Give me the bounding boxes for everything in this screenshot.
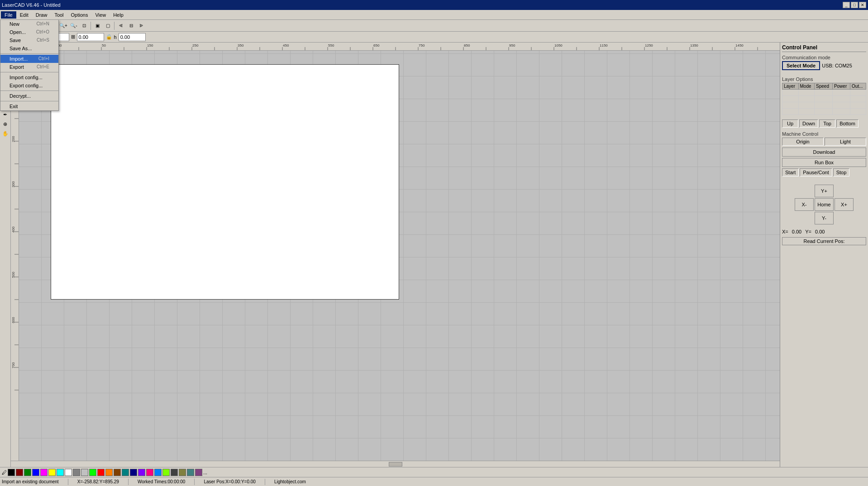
status-laser-pos: Laser Pos:X=0.00:Y=0.00	[204, 479, 256, 484]
layer-down-button[interactable]: Down	[799, 119, 818, 128]
zoom-tool[interactable]: ⊕	[1, 119, 10, 129]
color-swatch-cyan[interactable]	[57, 469, 64, 476]
align-center-button[interactable]: ⊟	[126, 21, 136, 31]
direction-grid: Y+ X- Home X+ Y-	[795, 185, 854, 224]
color-bar-more[interactable]: ...	[203, 470, 207, 475]
menu-view[interactable]: View	[91, 11, 110, 19]
menu-bar: File Edit Draw Tool Options View Help Ne…	[0, 10, 868, 20]
color-swatch-violet[interactable]	[138, 469, 145, 476]
menu-import-config[interactable]: Import config...	[0, 73, 58, 81]
read-current-pos-button[interactable]: Read Current Pos:	[782, 237, 866, 245]
select-mode-button[interactable]: Select Mode	[782, 61, 820, 70]
layer-bottom-button[interactable]: Bottom	[836, 119, 858, 128]
color-swatch-olive[interactable]	[179, 469, 186, 476]
coord-bar: ↔ ↕ ⊞ 🔒 h	[0, 32, 868, 43]
menu-help[interactable]: Help	[110, 11, 127, 19]
color-swatch-magenta[interactable]	[40, 469, 48, 476]
color-swatch-skyblue[interactable]	[154, 469, 162, 476]
color-swatch-yellow[interactable]	[48, 469, 56, 476]
y-minus-button[interactable]: Y-	[815, 212, 834, 224]
align-left-button[interactable]: ⫷	[116, 21, 126, 31]
h-icon: h	[114, 34, 117, 40]
canvas-area[interactable]	[19, 51, 780, 461]
color-swatch-green[interactable]	[24, 469, 31, 476]
layer-top-button[interactable]: Top	[819, 119, 835, 128]
color-swatch-blue[interactable]	[32, 469, 39, 476]
layer-col-out: Out...	[850, 83, 866, 90]
align-right-button[interactable]: ⫸	[137, 21, 147, 31]
menu-file[interactable]: File	[1, 11, 16, 19]
color-swatch-chartreuse[interactable]	[162, 469, 170, 476]
h-input[interactable]	[119, 33, 146, 41]
layer-up-button[interactable]: Up	[782, 119, 798, 128]
menu-export-config[interactable]: Export config...	[0, 81, 58, 90]
home-button[interactable]: Home	[815, 198, 834, 211]
run-box-button[interactable]: Run Box	[782, 158, 866, 167]
h-scrollbar[interactable]	[11, 461, 780, 467]
menu-decrypt[interactable]: Decrypt...	[0, 92, 58, 100]
color-swatch-red[interactable]	[97, 469, 105, 476]
pen-tool[interactable]: ✒	[1, 110, 10, 119]
y-pos-value: 0.00	[815, 229, 825, 234]
status-text: Import an existing document	[2, 479, 59, 484]
menu-import[interactable]: Import... Ctrl+I	[0, 55, 58, 63]
ungroup-button[interactable]: ▢	[103, 21, 113, 31]
download-button[interactable]: Download	[782, 148, 866, 157]
zoom-in-button[interactable]: 🔍+	[58, 21, 68, 31]
x-minus-button[interactable]: X-	[795, 198, 814, 211]
color-swatch-pink[interactable]	[146, 469, 153, 476]
color-swatch-darkgray[interactable]	[171, 469, 178, 476]
menu-export[interactable]: Export Ctrl+E	[0, 63, 58, 71]
color-swatch-gray[interactable]	[73, 469, 80, 476]
color-swatch-lime[interactable]	[89, 469, 96, 476]
toolbar-sep-3	[91, 22, 91, 30]
color-swatch-white[interactable]	[65, 469, 72, 476]
start-button[interactable]: Start	[782, 168, 799, 176]
dir-empty-br	[835, 212, 854, 224]
color-swatch-navy[interactable]	[130, 469, 137, 476]
color-swatch-silver[interactable]	[81, 469, 88, 476]
origin-button[interactable]: Origin	[782, 138, 824, 146]
hand-tool[interactable]: ✋	[1, 129, 10, 138]
menu-options[interactable]: Options	[67, 11, 92, 19]
toolbar-sep-4	[114, 22, 114, 30]
color-swatch-brown[interactable]	[114, 469, 121, 476]
menu-edit[interactable]: Edit	[16, 11, 32, 19]
comm-port: USB: COM25	[822, 63, 852, 68]
menu-open[interactable]: Open... Ctrl+O	[0, 28, 58, 36]
layer-table: Layer Mode Speed Power Out...	[782, 83, 866, 115]
app-title: LaserCAD V6.46 - Untitled	[2, 2, 61, 8]
color-swatch-cadet[interactable]	[187, 469, 194, 476]
menu-new[interactable]: New Ctrl+N	[0, 20, 58, 28]
layer-col-power: Power	[832, 83, 850, 90]
pause-cont-button[interactable]: Pause/Cont	[800, 168, 832, 176]
group-button[interactable]: ▣	[92, 21, 102, 31]
light-button[interactable]: Light	[825, 138, 866, 146]
right-panel: Control Panel Communication mode Select …	[780, 43, 868, 467]
menu-save[interactable]: Save Ctrl+S	[0, 36, 58, 44]
menu-tool[interactable]: Tool	[51, 11, 67, 19]
color-swatch-maroon[interactable]	[16, 469, 23, 476]
menu-exit[interactable]: Exit	[0, 102, 58, 110]
color-swatch-orange[interactable]	[105, 469, 113, 476]
color-swatch-teal[interactable]	[122, 469, 129, 476]
stop-button[interactable]: Stop	[833, 168, 850, 176]
zoom-fit-button[interactable]: ⊡	[79, 21, 89, 31]
w-input[interactable]	[77, 33, 104, 41]
color-swatch-black[interactable]	[8, 469, 15, 476]
main-area: ↖ ◈ □ ○ ╱ ⌒ A ✒ ⊕ ✋	[0, 43, 868, 467]
menu-save-as[interactable]: Save As...	[0, 44, 58, 52]
title-bar-controls: _ □ ✕	[843, 2, 866, 8]
layer-col-speed: Speed	[815, 83, 833, 90]
h-scrollbar-thumb[interactable]	[389, 462, 402, 467]
menu-draw[interactable]: Draw	[32, 11, 51, 19]
maximize-button[interactable]: □	[851, 2, 858, 8]
x-plus-button[interactable]: X+	[835, 198, 854, 211]
layer-nav-row: Up Down Top Bottom	[782, 119, 866, 128]
machine-control-section: Machine Control Origin Light Download Ru…	[782, 131, 866, 178]
zoom-out-button[interactable]: 🔍-	[69, 21, 79, 31]
minimize-button[interactable]: _	[843, 2, 850, 8]
close-button[interactable]: ✕	[859, 2, 866, 8]
y-plus-button[interactable]: Y+	[815, 185, 834, 197]
color-swatch-purple[interactable]	[195, 469, 202, 476]
